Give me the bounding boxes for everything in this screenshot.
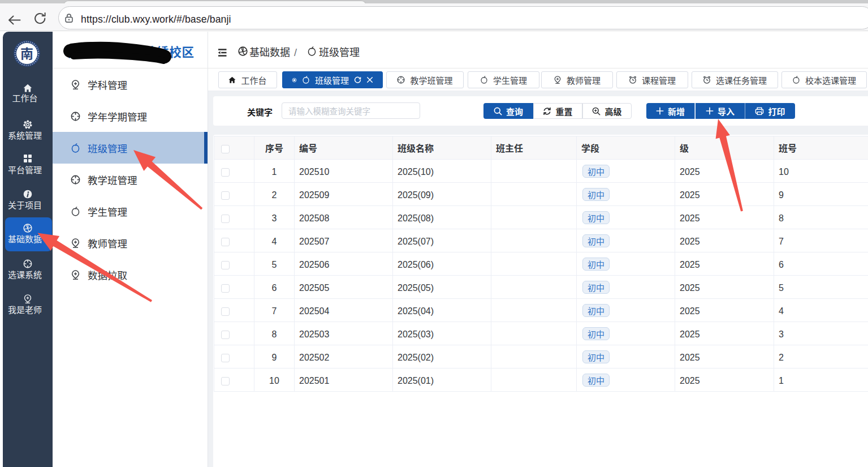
svg-text:南: 南: [20, 43, 33, 62]
